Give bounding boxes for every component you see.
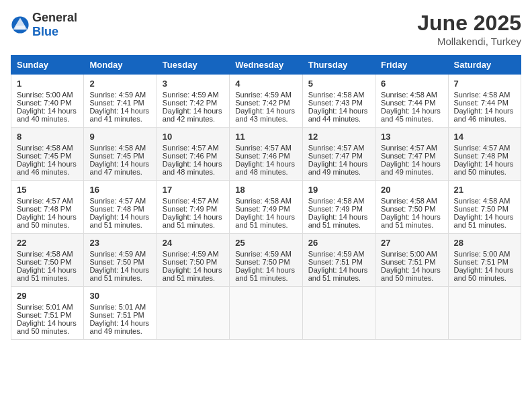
day-number: 20 bbox=[381, 185, 442, 195]
sunrise-label: Sunrise: 5:01 AM bbox=[89, 303, 146, 311]
daylight-label: Daylight: 14 hours and 50 minutes. bbox=[381, 266, 441, 282]
day-number: 25 bbox=[235, 238, 296, 248]
logo-general: General bbox=[32, 11, 77, 24]
sunrise-label: Sunrise: 4:57 AM bbox=[163, 144, 219, 152]
calendar-cell: 27 Sunrise: 5:00 AM Sunset: 7:51 PM Dayl… bbox=[375, 234, 448, 287]
sunrise-label: Sunrise: 4:58 AM bbox=[235, 197, 292, 205]
sunset-label: Sunset: 7:46 PM bbox=[163, 152, 217, 160]
calendar-cell: 16 Sunrise: 4:57 AM Sunset: 7:48 PM Dayl… bbox=[84, 181, 157, 234]
header-wednesday: Wednesday bbox=[230, 56, 302, 75]
sunset-label: Sunset: 7:45 PM bbox=[17, 152, 71, 160]
sunset-label: Sunset: 7:49 PM bbox=[308, 205, 363, 213]
day-number: 9 bbox=[89, 132, 150, 142]
daylight-label: Daylight: 14 hours and 43 minutes. bbox=[235, 107, 295, 123]
day-number: 1 bbox=[17, 79, 78, 89]
day-number: 28 bbox=[454, 238, 515, 248]
calendar-cell bbox=[230, 287, 302, 340]
week-row-4: 22 Sunrise: 4:58 AM Sunset: 7:50 PM Dayl… bbox=[11, 234, 521, 287]
calendar-cell: 22 Sunrise: 4:58 AM Sunset: 7:50 PM Dayl… bbox=[11, 234, 84, 287]
sunset-label: Sunset: 7:50 PM bbox=[235, 258, 290, 266]
daylight-label: Daylight: 14 hours and 51 minutes. bbox=[89, 213, 149, 229]
daylight-label: Daylight: 14 hours and 51 minutes. bbox=[17, 266, 77, 282]
daylight-label: Daylight: 14 hours and 49 minutes. bbox=[381, 160, 441, 176]
calendar-cell: 13 Sunrise: 4:57 AM Sunset: 7:47 PM Dayl… bbox=[375, 128, 448, 181]
daylight-label: Daylight: 14 hours and 47 minutes. bbox=[89, 160, 149, 176]
day-number: 3 bbox=[163, 79, 224, 89]
calendar-title: June 2025 bbox=[417, 11, 521, 36]
daylight-label: Daylight: 14 hours and 51 minutes. bbox=[308, 266, 368, 282]
day-number: 15 bbox=[17, 185, 78, 195]
sunrise-label: Sunrise: 4:58 AM bbox=[381, 197, 437, 205]
calendar-cell: 20 Sunrise: 4:58 AM Sunset: 7:50 PM Dayl… bbox=[375, 181, 448, 234]
sunrise-label: Sunrise: 4:59 AM bbox=[163, 91, 219, 99]
calendar-table: Sunday Monday Tuesday Wednesday Thursday… bbox=[11, 55, 521, 340]
day-number: 21 bbox=[454, 185, 515, 195]
calendar-cell: 17 Sunrise: 4:57 AM Sunset: 7:49 PM Dayl… bbox=[157, 181, 229, 234]
sunrise-label: Sunrise: 4:57 AM bbox=[454, 144, 511, 152]
sunset-label: Sunset: 7:51 PM bbox=[381, 258, 435, 266]
daylight-label: Daylight: 14 hours and 49 minutes. bbox=[89, 319, 149, 335]
daylight-label: Daylight: 14 hours and 48 minutes. bbox=[235, 160, 295, 176]
day-number: 24 bbox=[163, 238, 224, 248]
daylight-label: Daylight: 14 hours and 51 minutes. bbox=[235, 266, 295, 282]
sunset-label: Sunset: 7:45 PM bbox=[89, 152, 144, 160]
calendar-cell: 19 Sunrise: 4:58 AM Sunset: 7:49 PM Dayl… bbox=[302, 181, 375, 234]
day-number: 5 bbox=[308, 79, 369, 89]
calendar-cell: 9 Sunrise: 4:58 AM Sunset: 7:45 PM Dayli… bbox=[84, 128, 157, 181]
header-monday: Monday bbox=[84, 56, 157, 75]
logo-text: General Blue bbox=[32, 11, 77, 39]
sunset-label: Sunset: 7:49 PM bbox=[163, 205, 217, 213]
sunset-label: Sunset: 7:42 PM bbox=[163, 99, 217, 107]
day-number: 8 bbox=[17, 132, 78, 142]
calendar-cell: 14 Sunrise: 4:57 AM Sunset: 7:48 PM Dayl… bbox=[448, 128, 521, 181]
sunset-label: Sunset: 7:43 PM bbox=[308, 99, 363, 107]
calendar-location: Mollakendi, Turkey bbox=[417, 36, 521, 47]
sunset-label: Sunset: 7:48 PM bbox=[17, 205, 71, 213]
sunrise-label: Sunrise: 4:59 AM bbox=[308, 250, 365, 258]
calendar-cell: 11 Sunrise: 4:57 AM Sunset: 7:46 PM Dayl… bbox=[230, 128, 302, 181]
day-number: 16 bbox=[89, 185, 150, 195]
daylight-label: Daylight: 14 hours and 51 minutes. bbox=[163, 213, 222, 229]
daylight-label: Daylight: 14 hours and 49 minutes. bbox=[308, 160, 368, 176]
daylight-label: Daylight: 14 hours and 46 minutes. bbox=[17, 160, 77, 176]
daylight-label: Daylight: 14 hours and 44 minutes. bbox=[308, 107, 368, 123]
day-number: 10 bbox=[163, 132, 224, 142]
calendar-cell: 1 Sunrise: 5:00 AM Sunset: 7:40 PM Dayli… bbox=[11, 75, 84, 128]
sunset-label: Sunset: 7:50 PM bbox=[17, 258, 71, 266]
day-number: 17 bbox=[163, 185, 224, 195]
sunrise-label: Sunrise: 4:58 AM bbox=[17, 144, 73, 152]
daylight-label: Daylight: 14 hours and 51 minutes. bbox=[454, 213, 514, 229]
page-header: General Blue June 2025 Mollakendi, Turke… bbox=[11, 11, 521, 47]
sunrise-label: Sunrise: 5:00 AM bbox=[381, 250, 437, 258]
day-number: 23 bbox=[89, 238, 150, 248]
header-thursday: Thursday bbox=[302, 56, 375, 75]
sunrise-label: Sunrise: 4:58 AM bbox=[308, 197, 365, 205]
day-number: 6 bbox=[381, 79, 442, 89]
calendar-cell: 4 Sunrise: 4:59 AM Sunset: 7:42 PM Dayli… bbox=[230, 75, 302, 128]
sunrise-label: Sunrise: 5:01 AM bbox=[17, 303, 73, 311]
day-number: 12 bbox=[308, 132, 369, 142]
week-row-5: 29 Sunrise: 5:01 AM Sunset: 7:51 PM Dayl… bbox=[11, 287, 521, 340]
calendar-cell bbox=[302, 287, 375, 340]
calendar-cell: 2 Sunrise: 4:59 AM Sunset: 7:41 PM Dayli… bbox=[84, 75, 157, 128]
sunset-label: Sunset: 7:50 PM bbox=[454, 205, 508, 213]
day-number: 13 bbox=[381, 132, 442, 142]
sunset-label: Sunset: 7:46 PM bbox=[235, 152, 290, 160]
sunrise-label: Sunrise: 4:58 AM bbox=[454, 91, 511, 99]
sunrise-label: Sunrise: 4:59 AM bbox=[163, 250, 219, 258]
sunset-label: Sunset: 7:41 PM bbox=[89, 99, 144, 107]
calendar-cell bbox=[375, 287, 448, 340]
week-row-1: 1 Sunrise: 5:00 AM Sunset: 7:40 PM Dayli… bbox=[11, 75, 521, 128]
daylight-label: Daylight: 14 hours and 50 minutes. bbox=[17, 213, 77, 229]
daylight-label: Daylight: 14 hours and 51 minutes. bbox=[89, 266, 149, 282]
sunrise-label: Sunrise: 4:58 AM bbox=[308, 91, 365, 99]
calendar-cell: 18 Sunrise: 4:58 AM Sunset: 7:49 PM Dayl… bbox=[230, 181, 302, 234]
daylight-label: Daylight: 14 hours and 45 minutes. bbox=[381, 107, 441, 123]
calendar-cell bbox=[448, 287, 521, 340]
daylight-label: Daylight: 14 hours and 50 minutes. bbox=[454, 266, 514, 282]
day-number: 30 bbox=[89, 291, 150, 301]
day-number: 7 bbox=[454, 79, 515, 89]
logo-icon bbox=[11, 15, 30, 34]
sunrise-label: Sunrise: 4:59 AM bbox=[235, 250, 292, 258]
sunrise-label: Sunrise: 4:59 AM bbox=[89, 91, 146, 99]
